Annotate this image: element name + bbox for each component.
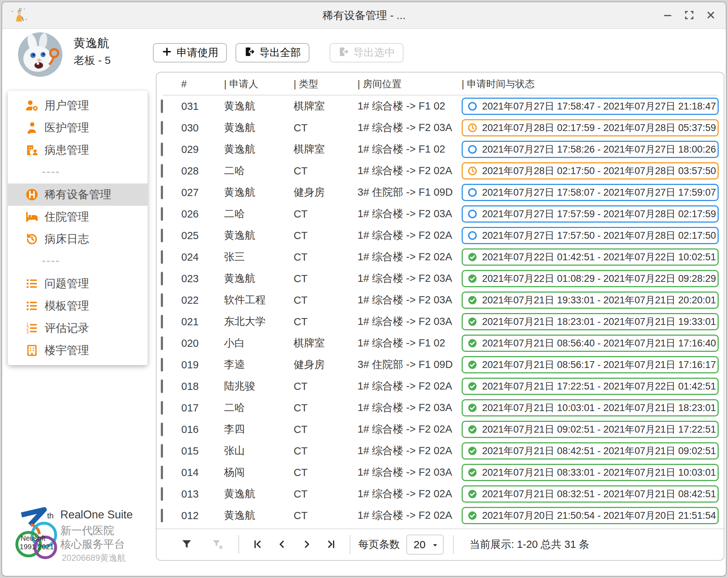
- table-row[interactable]: 021东北大学CT1# 综合楼 -> F2 03A2021年07月21日 18:…: [157, 311, 724, 332]
- row-room: 1# 综合楼 -> F2 02A: [358, 444, 462, 458]
- row-checkbox[interactable]: [161, 293, 163, 307]
- table-row[interactable]: 019李逵健身房3# 住院部 -> F1 09D2021年07月21日 08:5…: [157, 354, 724, 376]
- row-checkbox[interactable]: [161, 315, 163, 328]
- minimize-button[interactable]: [661, 8, 675, 23]
- status-pill: 2021年07月21日 17:22:51 - 2021年07月22日 01:42…: [462, 378, 719, 395]
- sidebar-item-issues[interactable]: 问题管理: [8, 272, 148, 295]
- list-ol-icon: 123: [25, 321, 39, 335]
- status-circle-icon: [467, 230, 478, 241]
- table-row[interactable]: 031黄逸航棋牌室1# 综合楼 -> F1 022021年07月27日 17:5…: [157, 95, 724, 117]
- table-row[interactable]: 017二哈CT1# 综合楼 -> F2 03A2021年07月21日 10:03…: [157, 397, 724, 419]
- clear-filter-button[interactable]: [210, 537, 225, 553]
- status-check-icon: [467, 381, 478, 392]
- row-checkbox[interactable]: [161, 272, 163, 285]
- row-checkbox[interactable]: [161, 250, 163, 264]
- row-checkbox[interactable]: [161, 466, 163, 479]
- table-row[interactable]: 023黄逸航CT1# 综合楼 -> F2 03A2021年07月22日 01:0…: [157, 268, 724, 289]
- plus-icon: [162, 46, 172, 60]
- status-pill: 2021年07月21日 19:33:01 - 2021年07月21日 20:20…: [462, 292, 719, 309]
- table-row[interactable]: 016李四CT1# 综合楼 -> F2 02A2021年07月21日 09:02…: [157, 419, 724, 440]
- sidebar-item-evaluation[interactable]: 123评估记录: [8, 317, 148, 339]
- sidebar-item-inpatient[interactable]: 住院管理: [8, 206, 148, 228]
- row-applicant: 黄逸航: [224, 185, 294, 200]
- sidebar-item-patients[interactable]: 病患管理: [8, 139, 148, 161]
- table-row[interactable]: 028二哈CT1# 综合楼 -> F2 02A2021年07月28日 02:17…: [157, 160, 724, 182]
- row-checkbox[interactable]: [161, 186, 163, 199]
- export-selected-button[interactable]: 导出选中: [330, 43, 403, 62]
- table-row[interactable]: 014杨闯CT1# 综合楼 -> F2 03A2021年07月21日 08:33…: [157, 462, 724, 483]
- row-checkbox[interactable]: [161, 143, 163, 156]
- close-button[interactable]: [704, 8, 718, 23]
- row-id: 013: [178, 488, 224, 500]
- sidebar-item-templates[interactable]: 模板管理: [8, 295, 148, 317]
- maximize-button[interactable]: [682, 8, 696, 23]
- row-room: 1# 综合楼 -> F2 03A: [358, 293, 462, 307]
- sidebar-item-medical[interactable]: 医护管理: [8, 117, 148, 139]
- table-row[interactable]: 027黄逸航健身房3# 住院部 -> F1 09D2021年07月27日 17:…: [157, 182, 724, 203]
- table-row[interactable]: 018陆兆骏CT1# 综合楼 -> F2 02A2021年07月21日 17:2…: [157, 376, 724, 397]
- row-checkbox[interactable]: [161, 423, 163, 436]
- row-checkbox[interactable]: [161, 379, 163, 393]
- first-page-button[interactable]: [250, 537, 266, 553]
- row-id: 017: [178, 402, 224, 414]
- row-type: 健身房: [294, 358, 358, 372]
- table-row[interactable]: 025黄逸航CT1# 综合楼 -> F2 02A2021年07月27日 17:5…: [157, 225, 724, 246]
- row-applicant: 小白: [224, 336, 294, 350]
- row-checkbox[interactable]: [161, 358, 163, 372]
- sidebar-item-label: 稀有设备管理: [45, 187, 111, 202]
- sidebar-item-label: 问题管理: [45, 276, 89, 291]
- row-checkbox[interactable]: [161, 207, 163, 221]
- prev-page-button[interactable]: [274, 537, 290, 553]
- row-checkbox[interactable]: [161, 229, 163, 242]
- row-checkbox-cell: [161, 402, 178, 414]
- row-checkbox[interactable]: [161, 336, 163, 350]
- sidebar-item-label: 评估记录: [45, 321, 89, 336]
- last-page-button[interactable]: [323, 537, 339, 553]
- status-pill: 2021年07月27日 17:58:07 - 2021年07月27日 17:59…: [462, 184, 719, 201]
- status-pill: 2021年07月22日 01:08:29 - 2021年07月22日 09:28…: [462, 270, 719, 287]
- row-id: 020: [178, 337, 224, 349]
- export-all-button[interactable]: 导出全部: [235, 43, 309, 62]
- table-body: 031黄逸航棋牌室1# 综合楼 -> F1 022021年07月27日 17:5…: [157, 95, 724, 526]
- row-checkbox[interactable]: [161, 444, 163, 458]
- row-checkbox[interactable]: [161, 164, 163, 178]
- table-row[interactable]: 015张山CT1# 综合楼 -> F2 02A2021年07月21日 08:42…: [157, 440, 724, 462]
- row-id: 022: [178, 294, 224, 306]
- table-row[interactable]: 030黄逸航CT1# 综合楼 -> F2 03A2021年07月28日 02:1…: [157, 117, 724, 139]
- per-page-select[interactable]: 20: [406, 535, 444, 555]
- status-pill: 2021年07月27日 17:57:59 - 2021年07月28日 02:17…: [462, 205, 719, 223]
- svg-text:3: 3: [26, 330, 29, 335]
- sidebar-item-bed-log[interactable]: 病床日志: [8, 228, 148, 250]
- avatar[interactable]: [18, 32, 62, 77]
- table-row[interactable]: 024张三CT1# 综合楼 -> F2 02A2021年07月22日 01:42…: [157, 246, 724, 268]
- filter-button[interactable]: [179, 537, 195, 553]
- row-applicant: 杨闯: [224, 465, 294, 480]
- table-row[interactable]: 012黄逸航CT1# 综合楼 -> F2 02A2021年07月20日 21:5…: [157, 505, 724, 526]
- next-page-button[interactable]: [299, 537, 314, 553]
- table-row[interactable]: 013黄逸航CT1# 综合楼 -> F2 02A2021年07月21日 08:3…: [157, 483, 724, 505]
- sidebar-item-rare-equipment[interactable]: 稀有设备管理: [8, 183, 148, 206]
- row-checkbox-cell: [161, 359, 178, 371]
- sidebar-item-users[interactable]: 用户管理: [8, 94, 148, 117]
- row-checkbox[interactable]: [161, 401, 163, 415]
- row-checkbox[interactable]: [161, 509, 163, 522]
- table-row[interactable]: 022软件工程CT1# 综合楼 -> F2 03A2021年07月21日 19:…: [157, 289, 724, 311]
- row-checkbox-cell: [161, 251, 178, 263]
- status-check-icon: [467, 402, 478, 413]
- row-room: 1# 综合楼 -> F2 02A: [358, 379, 462, 393]
- table-row[interactable]: 026二哈CT1# 综合楼 -> F2 03A2021年07月27日 17:57…: [157, 203, 724, 225]
- row-id: 016: [178, 424, 224, 435]
- status-time-range: 2021年07月21日 08:32:51 - 2021年07月21日 08:42…: [482, 488, 716, 500]
- row-checkbox[interactable]: [161, 121, 163, 135]
- sidebar-item-building[interactable]: 楼宇管理: [8, 339, 148, 362]
- row-room: 1# 综合楼 -> F2 03A: [358, 207, 462, 221]
- row-checkbox[interactable]: [161, 99, 163, 113]
- window-controls: [661, 2, 718, 29]
- apply-button[interactable]: 申请使用: [153, 43, 227, 62]
- table-row[interactable]: 020小白棋牌室1# 综合楼 -> F1 022021年07月21日 08:56…: [157, 332, 724, 354]
- table-row[interactable]: 029黄逸航棋牌室1# 综合楼 -> F1 022021年07月27日 17:5…: [157, 139, 724, 160]
- sidebar-item-label: 病患管理: [45, 143, 89, 158]
- header-cell-time-status: | 申请时间与状态: [462, 78, 719, 90]
- row-checkbox[interactable]: [161, 487, 163, 501]
- status-check-icon: [467, 467, 478, 478]
